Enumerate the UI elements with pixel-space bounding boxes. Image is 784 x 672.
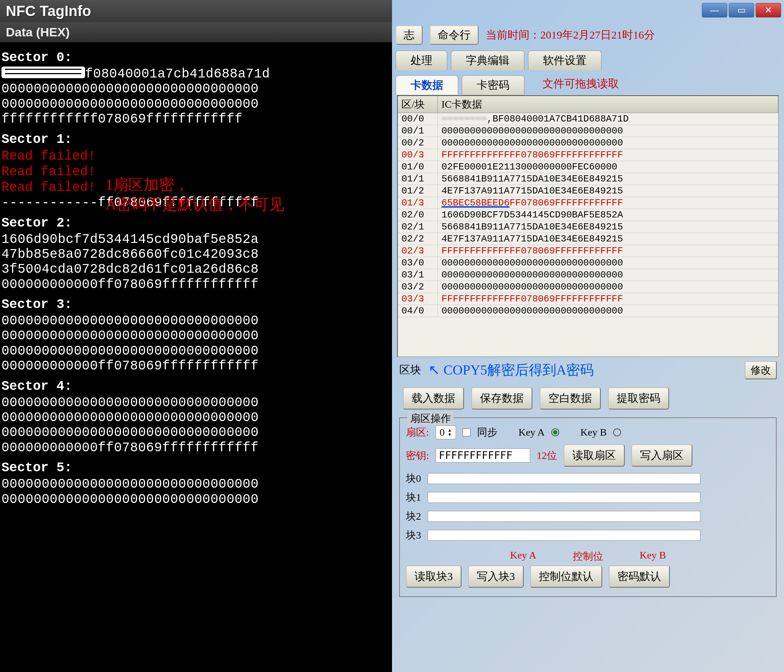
table-row[interactable]: 03/200000000000000000000000000000000 (398, 281, 778, 293)
hex-line: Read failed! (2, 180, 390, 195)
hex-dump: Sector 0:f08040001a7cb41d688a71d00000000… (0, 42, 392, 510)
col-sector-block: 区/块 (398, 96, 438, 113)
hex-line: 00000000000000000000000000000000 (2, 97, 390, 112)
block-label: 区块 (399, 362, 421, 378)
subtab-card-password[interactable]: 卡密码 (462, 75, 524, 95)
annotation-key-a-not-default: A密码不是默认值，不可见 (106, 194, 285, 215)
hex-line: 000000000000ff078069ffffffffffff (2, 277, 390, 292)
sector-spinner[interactable]: 0 ▲▼ (436, 425, 456, 439)
sector-label: Sector 1: (2, 132, 390, 147)
card-data-table: 区/块 IC卡数据 00/0~~~~~~~~,BF08040001A7CB41D… (397, 95, 779, 357)
key-input[interactable]: FFFFFFFFFFFF (436, 448, 530, 462)
block0-field[interactable] (428, 473, 700, 484)
table-row[interactable]: 03/100000000000000000000000000000000 (398, 269, 778, 281)
hex-line: 00000000000000000000000000000000 (2, 344, 390, 359)
write-sector-button[interactable]: 写入扇区 (631, 444, 692, 467)
key-b-label: Key B (580, 426, 607, 438)
tab-dictionary-edit[interactable]: 字典编辑 (451, 51, 524, 70)
tab-software-settings[interactable]: 软件设置 (528, 51, 602, 70)
drag-hint: 文件可拖拽读取 (543, 76, 619, 91)
password-default-button[interactable]: 密码默认 (609, 565, 670, 588)
write-block3-button[interactable]: 写入块3 (468, 565, 524, 588)
block1-field[interactable] (428, 492, 700, 503)
keya-sublabel: Key A (510, 549, 537, 563)
key-length: 12位 (537, 449, 557, 462)
hex-line: Read failed! (2, 148, 390, 164)
extract-password-button[interactable]: 提取密码 (608, 387, 669, 409)
hex-line: 00000000000000000000000000000000 (2, 410, 390, 425)
sector-label: Sector 0: (2, 50, 390, 65)
sync-label: 同步 (477, 425, 498, 439)
sector-operations-group: 扇区操作 扇区: 0 ▲▼ 同步 Key A Key B 密钥: FFFFFFF… (399, 417, 777, 597)
table-row[interactable]: 01/002FE00001E2113000000000FEC60000 (398, 161, 778, 173)
commandline-button[interactable]: 命令行 (430, 25, 479, 45)
table-row[interactable]: 03/3FFFFFFFFFFFFFF078069FFFFFFFFFFFF (398, 293, 778, 305)
hex-line: 00000000000000000000000000000000 (2, 328, 390, 343)
nfc-taginfo-panel: NFC TagInfo Data (HEX) Sector 0:f0804000… (0, 0, 392, 672)
hex-line: Read failed! (2, 164, 390, 180)
annotation-sector1-encrypted: 1扇区加密， (106, 174, 190, 195)
table-row[interactable]: 02/24E7F137A911A7715DA10E34E6E849215 (398, 233, 778, 245)
log-button[interactable]: 志 (396, 25, 423, 45)
subtab-card-data[interactable]: 卡数据 (396, 75, 458, 95)
read-sector-button[interactable]: 读取扇区 (564, 444, 625, 467)
block2-field[interactable] (428, 511, 700, 522)
sector-label: Sector 3: (2, 297, 390, 312)
window-controls: — ▭ ✕ (675, 0, 784, 22)
table-row[interactable]: 03/000000000000000000000000000000000 (398, 257, 778, 269)
ctrl-sublabel: 控制位 (573, 549, 603, 563)
table-row[interactable]: 01/15668841B911A7715DA10E34E6E849215 (398, 173, 778, 185)
table-row[interactable]: 00/100000000000000000000000000000000 (398, 125, 778, 137)
modify-button[interactable]: 修改 (745, 361, 777, 379)
sector-label: Sector 5: (2, 460, 390, 475)
hex-line: 00000000000000000000000000000000 (2, 81, 390, 96)
table-row[interactable]: 01/365BEC58BEED6FF078069FFFFFFFFFFFF (398, 197, 778, 209)
close-button[interactable]: ✕ (756, 3, 781, 17)
table-row[interactable]: 02/3FFFFFFFFFFFFFF078069FFFFFFFFFFFF (398, 245, 778, 257)
table-row[interactable]: 04/000000000000000000000000000000000 (398, 305, 778, 317)
key-a-radio[interactable] (551, 428, 559, 436)
ctrl-default-button[interactable]: 控制位默认 (530, 565, 602, 588)
table-row[interactable]: 01/24E7F137A911A7715DA10E34E6E849215 (398, 185, 778, 197)
hex-line: f08040001a7cb41d688a71d (2, 67, 390, 81)
hex-line: 00000000000000000000000000000000 (2, 477, 390, 492)
sync-checkbox[interactable] (462, 428, 471, 436)
spin-down-icon[interactable]: ▼ (448, 432, 452, 437)
tab-process[interactable]: 处理 (396, 51, 447, 70)
block3-sublabels: Key A 控制位 Key B (406, 547, 770, 565)
table-row[interactable]: 00/200000000000000000000000000000000 (398, 137, 778, 149)
minimize-button[interactable]: — (702, 3, 727, 17)
block3-field[interactable] (428, 530, 700, 541)
block1-label: 块1 (406, 490, 421, 504)
table-row[interactable]: 02/15668841B911A7715DA10E34E6E849215 (398, 221, 778, 233)
windows-app-panel: — ▭ ✕ 志 命令行 当前时间：2019年2月27日21时16分 处理 字典编… (392, 0, 784, 672)
hex-line: 000000000000ff078069ffffffffffff (2, 359, 390, 373)
key-b-radio[interactable] (613, 428, 621, 436)
hex-line: 3f5004cda0728dc82d61fc01a26d86c8 (2, 262, 390, 277)
key-label: 密钥: (406, 449, 429, 462)
table-row[interactable]: 00/0~~~~~~~~,BF08040001A7CB41D688A71D (398, 113, 778, 125)
maximize-button[interactable]: ▭ (729, 3, 754, 17)
key-a-label: Key A (518, 426, 545, 438)
hex-line: 00000000000000000000000000000000 (2, 395, 390, 410)
hex-line: 000000000000ff078069ffffffffffff (2, 440, 390, 455)
save-data-button[interactable]: 保存数据 (471, 387, 532, 409)
blank-data-button[interactable]: 空白数据 (540, 387, 601, 409)
current-time: 当前时间：2019年2月27日21时16分 (486, 28, 655, 42)
read-block3-button[interactable]: 读取块3 (406, 565, 462, 588)
hex-line: 00000000000000000000000000000000 (2, 313, 390, 328)
table-row[interactable]: 00/3FFFFFFFFFFFFFF078069FFFFFFFFFFFF (398, 149, 778, 161)
hex-line: 00000000000000000000000000000000 (2, 492, 390, 507)
block2-label: 块2 (406, 509, 421, 523)
sector-label: 扇区: (406, 425, 429, 439)
hex-line: 00000000000000000000000000000000 (2, 425, 390, 440)
col-ic-data: IC卡数据 (438, 96, 778, 113)
table-header: 区/块 IC卡数据 (398, 96, 778, 113)
app-title: NFC TagInfo (0, 0, 392, 22)
main-tabs: 处理 字典编辑 软件设置 (392, 48, 784, 72)
group-title: 扇区操作 (407, 412, 454, 425)
keyb-sublabel: Key B (639, 549, 666, 563)
table-row[interactable]: 02/01606D90BCF7D5344145CD90BAF5E852A (398, 209, 778, 221)
sub-tabs: 卡数据 卡密码 文件可拖拽读取 (392, 72, 784, 95)
load-data-button[interactable]: 载入数据 (403, 387, 464, 409)
